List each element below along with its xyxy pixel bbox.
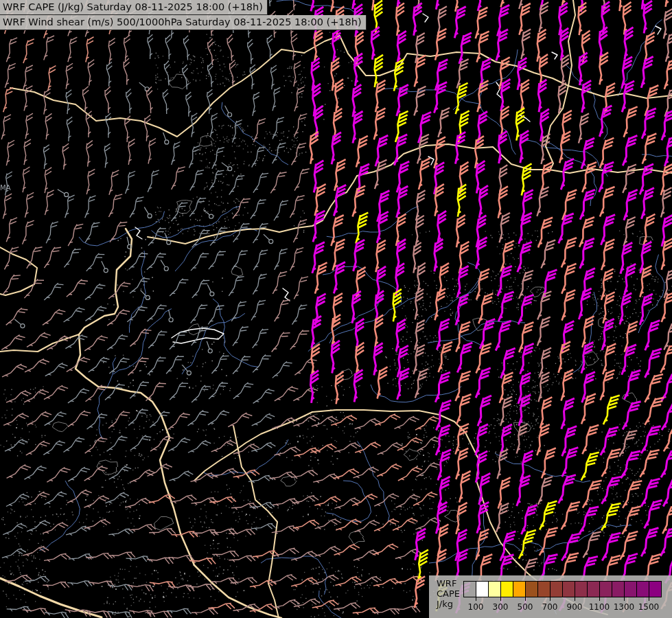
legend-color-cell <box>624 581 637 597</box>
title-bar: WRF CAPE (J/kg) Saturday 08-11-2025 18:0… <box>0 0 367 30</box>
legend-color-cell <box>575 581 588 597</box>
title-line-shear: WRF Wind shear (m/s) 500/1000hPa Saturda… <box>0 15 367 30</box>
legend-color-cell <box>636 581 649 597</box>
title-line-cape: WRF CAPE (J/kg) Saturday 08-11-2025 18:0… <box>0 0 268 15</box>
legend-color-cell <box>463 581 476 597</box>
legend-tick-mark <box>624 597 625 601</box>
legend-tick-mark <box>500 597 501 601</box>
cape-legend: WRF CAPE J/kg 10030050070090011001300150… <box>429 575 672 618</box>
legend-color-cell <box>587 581 600 597</box>
legend-label-unit: J/kg <box>437 599 460 609</box>
legend-tick-mark <box>649 597 649 601</box>
legend-color-cell <box>562 581 575 597</box>
wrf-weather-map-app: WRF CAPE (J/kg) Saturday 08-11-2025 18:0… <box>0 0 672 618</box>
legend-color-cell <box>537 581 551 597</box>
legend-color-cell <box>476 581 489 597</box>
legend-color-cell <box>488 581 501 597</box>
legend-label-variable: CAPE <box>437 588 460 599</box>
legend-tick-mark <box>575 597 575 601</box>
legend-tick-mark <box>550 597 551 601</box>
legend-colorbar: 100300500700900110013001500 <box>463 581 664 617</box>
legend-color-cell <box>612 581 625 597</box>
legend-label: WRF CAPE J/kg <box>437 578 460 609</box>
legend-color-cell <box>649 581 662 597</box>
legend-color-cell <box>550 581 563 597</box>
legend-color-cell <box>599 581 612 597</box>
legend-tick-mark <box>476 597 476 601</box>
legend-tick-label: 1500 <box>634 602 664 612</box>
legend-color-cell <box>500 581 513 597</box>
edge-label: MA <box>0 184 10 192</box>
legend-color-cell <box>525 581 538 597</box>
legend-color-cell <box>513 581 526 597</box>
legend-tick-mark <box>599 597 600 601</box>
legend-tick-mark <box>525 597 526 601</box>
legend-cell-row <box>463 581 662 597</box>
legend-label-model: WRF <box>437 578 460 588</box>
map-canvas <box>0 0 672 618</box>
